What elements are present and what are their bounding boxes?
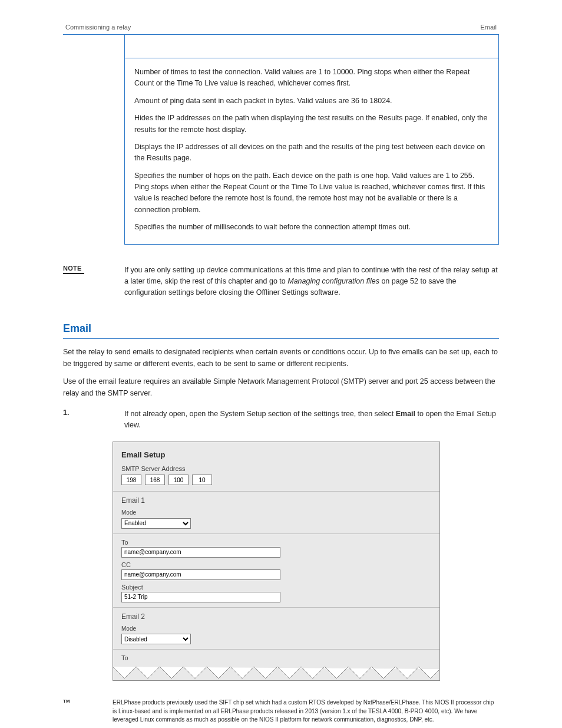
email1-subject-label: Subject xyxy=(121,584,431,591)
step-text-bold: Email xyxy=(396,410,415,418)
smtp-label: SMTP Server Address xyxy=(121,465,431,472)
param-text: Hides the IP addresses on the path when … xyxy=(134,113,489,136)
trademark-note: TM ERLPhase products previously used the… xyxy=(63,699,499,724)
email1-heading: Email 1 xyxy=(121,496,431,505)
section-para: Use of the email feature requires an ava… xyxy=(63,375,499,399)
separator xyxy=(113,649,439,650)
ip-octet-3[interactable] xyxy=(168,475,189,485)
parameter-box-body: Number of times to test the connection. … xyxy=(125,58,498,244)
note-label-text: NOTE xyxy=(63,265,82,272)
separator xyxy=(113,491,439,492)
tm-mark: TM xyxy=(63,699,113,724)
tm-text: ERLPhase products previously used the SI… xyxy=(113,699,499,724)
param-text: Specifies the number of hops on the path… xyxy=(134,170,489,216)
parameter-box: Number of times to test the connection. … xyxy=(124,35,499,245)
step-number: 1. xyxy=(63,409,124,431)
step-text: If not already open, open the System Set… xyxy=(124,409,499,431)
email1-cc-input[interactable] xyxy=(121,569,280,580)
section-body: Set the relay to send emails to designat… xyxy=(63,346,499,399)
param-text: Amount of ping data sent in each packet … xyxy=(134,95,489,107)
section-title: Email xyxy=(63,322,499,335)
shot-title: Email Setup xyxy=(121,450,431,459)
param-text: Specifies the number of milliseconds to … xyxy=(134,222,489,233)
torn-edge xyxy=(113,666,440,681)
smtp-ip-row xyxy=(121,475,431,485)
email1-mode-label: Mode xyxy=(121,509,431,516)
left-gutter xyxy=(63,35,124,245)
section-rule xyxy=(63,338,499,339)
email2-to-label: To xyxy=(121,654,431,661)
email2-mode-label: Mode xyxy=(121,625,431,632)
parameter-box-head xyxy=(125,35,498,58)
running-header: Commissioning a relay Email xyxy=(63,24,499,34)
email1-subject-input[interactable] xyxy=(121,592,280,602)
note-label: NOTE xyxy=(63,265,124,274)
ip-octet-4[interactable] xyxy=(192,475,212,485)
email1-cc-label: CC xyxy=(121,561,431,568)
note-block: NOTE If you are only setting up device c… xyxy=(63,265,499,299)
step-text-pre: If not already open, open the System Set… xyxy=(124,410,396,418)
note-text-ital: Managing configuration files xyxy=(287,277,379,285)
separator xyxy=(113,607,439,608)
email-setup-screenshot: Email Setup SMTP Server Address Email 1 … xyxy=(113,442,440,681)
email2-heading: Email 2 xyxy=(121,612,431,621)
param-text: Number of times to test the connection. … xyxy=(134,67,489,90)
note-text: If you are only setting up device commun… xyxy=(124,265,499,299)
email1-to-input[interactable] xyxy=(121,547,280,558)
step-1: 1. If not already open, open the System … xyxy=(63,409,499,431)
email1-mode-select[interactable]: Enabled xyxy=(121,518,191,529)
ip-octet-1[interactable] xyxy=(121,475,141,485)
runhdr-right: Email xyxy=(480,24,497,31)
separator xyxy=(113,533,439,534)
ip-octet-2[interactable] xyxy=(145,475,165,485)
param-text: Displays the IP addresses of all devices… xyxy=(134,141,489,164)
email2-mode-select[interactable]: Disabled xyxy=(121,634,191,644)
email1-to-label: To xyxy=(121,539,431,546)
runhdr-left: Commissioning a relay xyxy=(65,24,131,31)
section-para: Set the relay to send emails to designat… xyxy=(63,346,499,370)
note-underline xyxy=(63,273,84,274)
